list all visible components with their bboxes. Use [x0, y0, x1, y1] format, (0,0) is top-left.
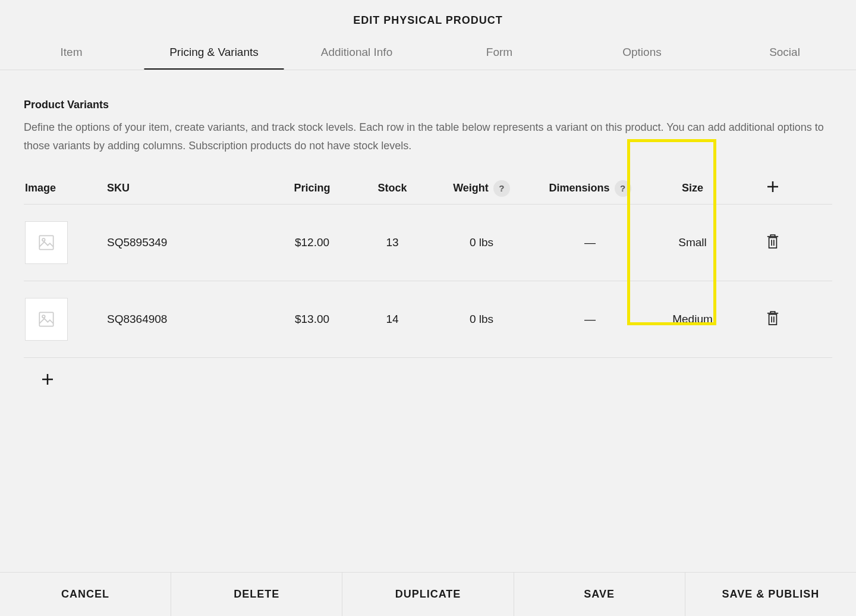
- cell-stock[interactable]: 13: [354, 236, 431, 249]
- table-row[interactable]: SQ5895349 $12.00 13 0 lbs — Small: [24, 205, 832, 281]
- dimensions-help-icon[interactable]: ?: [615, 180, 631, 197]
- cell-weight[interactable]: 0 lbs: [431, 236, 532, 249]
- cell-stock[interactable]: 14: [354, 313, 431, 326]
- svg-point-3: [42, 238, 45, 241]
- tab-item[interactable]: Item: [0, 37, 143, 70]
- cell-size[interactable]: Small: [648, 236, 737, 249]
- header-weight: Weight ?: [431, 180, 532, 197]
- content-area: Product Variants Define the options of y…: [0, 70, 856, 389]
- cell-action: [737, 310, 808, 329]
- trash-icon: [766, 234, 779, 249]
- cell-image: [24, 221, 107, 264]
- tab-pricing-variants[interactable]: Pricing & Variants: [143, 37, 285, 70]
- header-add-column: [737, 180, 808, 197]
- add-column-button[interactable]: [766, 180, 780, 194]
- svg-rect-2: [39, 236, 53, 250]
- cell-dimensions[interactable]: —: [532, 236, 648, 249]
- header-weight-label: Weight: [453, 182, 489, 194]
- save-publish-button[interactable]: SAVE & PUBLISH: [685, 573, 856, 616]
- cell-pricing[interactable]: $13.00: [270, 313, 354, 326]
- footer-actions: CANCEL DELETE DUPLICATE SAVE SAVE & PUBL…: [0, 572, 856, 616]
- image-placeholder[interactable]: [25, 298, 68, 341]
- svg-rect-8: [39, 313, 53, 326]
- cell-sku[interactable]: SQ8364908: [107, 313, 270, 326]
- variants-table: Image SKU Pricing Stock Weight ? Dimensi…: [24, 172, 832, 358]
- add-row-button[interactable]: [40, 372, 55, 386]
- page-title: EDIT PHYSICAL PRODUCT: [0, 0, 856, 37]
- image-placeholder[interactable]: [25, 221, 68, 264]
- header-stock: Stock: [354, 182, 431, 194]
- header-dimensions: Dimensions ?: [532, 180, 648, 197]
- cell-action: [737, 234, 808, 252]
- plus-icon: [40, 372, 55, 386]
- add-row-area: [24, 358, 832, 389]
- cell-size[interactable]: Medium: [648, 313, 737, 326]
- svg-rect-11: [769, 314, 777, 324]
- plus-icon: [766, 180, 780, 194]
- table-header-row: Image SKU Pricing Stock Weight ? Dimensi…: [24, 172, 832, 205]
- tab-form[interactable]: Form: [428, 37, 571, 70]
- cell-pricing[interactable]: $12.00: [270, 236, 354, 249]
- delete-row-button[interactable]: [766, 234, 779, 249]
- svg-point-9: [42, 315, 45, 318]
- svg-rect-5: [769, 237, 777, 247]
- header-size[interactable]: Size: [648, 182, 737, 194]
- header-dimensions-label: Dimensions: [549, 182, 609, 194]
- delete-button[interactable]: DELETE: [171, 573, 342, 616]
- duplicate-button[interactable]: DUPLICATE: [342, 573, 514, 616]
- image-icon: [38, 234, 55, 251]
- tab-social[interactable]: Social: [713, 37, 856, 70]
- tab-additional-info[interactable]: Additional Info: [285, 37, 428, 70]
- header-pricing: Pricing: [270, 182, 354, 194]
- cell-image: [24, 298, 107, 341]
- section-title: Product Variants: [24, 99, 832, 111]
- image-icon: [38, 311, 55, 328]
- section-description: Define the options of your item, create …: [24, 118, 832, 155]
- header-sku: SKU: [107, 182, 270, 194]
- weight-help-icon[interactable]: ?: [493, 180, 510, 197]
- cell-sku[interactable]: SQ5895349: [107, 236, 270, 249]
- header-image: Image: [24, 182, 107, 194]
- cell-weight[interactable]: 0 lbs: [431, 313, 532, 326]
- trash-icon: [766, 310, 779, 326]
- cancel-button[interactable]: CANCEL: [0, 573, 171, 616]
- table-row[interactable]: SQ8364908 $13.00 14 0 lbs — Medium: [24, 281, 832, 358]
- tabs: Item Pricing & Variants Additional Info …: [0, 37, 856, 70]
- cell-dimensions[interactable]: —: [532, 313, 648, 326]
- save-button[interactable]: SAVE: [514, 573, 685, 616]
- delete-row-button[interactable]: [766, 310, 779, 326]
- tab-options[interactable]: Options: [571, 37, 713, 70]
